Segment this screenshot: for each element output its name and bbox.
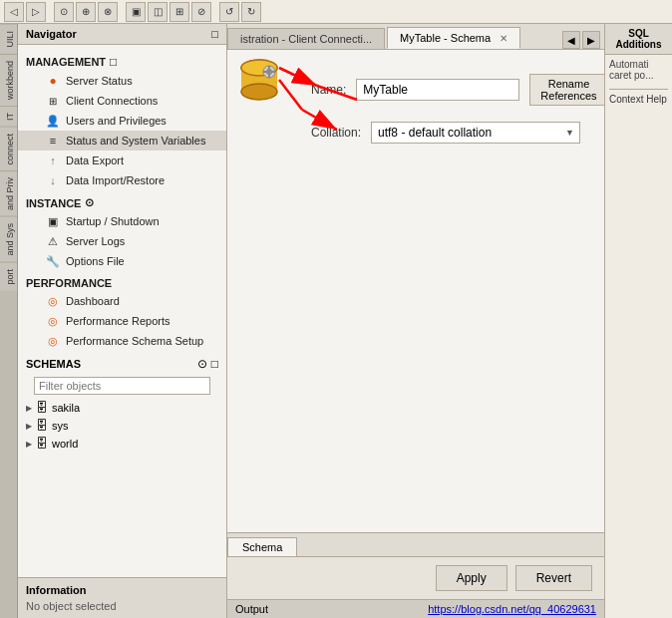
db-icon: 🗄 <box>36 419 48 433</box>
instance-section-header: INSTANCE ⊙ <box>18 190 226 211</box>
server-status-icon: ● <box>46 74 60 88</box>
tab-close-icon[interactable]: ✕ <box>500 33 507 44</box>
svg-rect-8 <box>263 71 266 73</box>
form-fields: Name: Rename References Collation: utf8 … <box>311 74 580 144</box>
schemas-expand-icon[interactable]: □ <box>211 357 218 371</box>
schema-label: sakila <box>52 402 80 414</box>
toolbar-btn-7[interactable]: ◫ <box>148 2 168 22</box>
nav-item-data-export[interactable]: ↑ Data Export <box>18 151 226 170</box>
management-title: MANAGEMENT <box>26 56 106 68</box>
info-panel: Information No object selected <box>18 577 226 618</box>
toolbar-btn-3[interactable]: ⊙ <box>54 2 74 22</box>
edge-tab-priv[interactable]: and Priv <box>0 170 17 216</box>
right-panel: SQL Additions Automati caret po... Conte… <box>604 24 672 618</box>
toolbar-btn-10[interactable]: ↺ <box>219 2 239 22</box>
navigator-content: MANAGEMENT □ ● Server Status ⊞ Client Co… <box>18 45 226 577</box>
edge-tab-workbend[interactable]: workbend <box>0 54 17 106</box>
nav-item-label: Server Status <box>66 75 133 87</box>
performance-title: PERFORMANCE <box>26 277 112 289</box>
tab-label: MyTable - Schema <box>400 32 491 44</box>
schema-item-sakila[interactable]: ▶ 🗄 sakila <box>18 399 226 417</box>
management-section-header: MANAGEMENT □ <box>18 49 226 71</box>
nav-item-perf-reports[interactable]: ◎ Performance Reports <box>18 311 226 331</box>
edge-tab-port[interactable]: port <box>0 262 17 291</box>
tab-mytable[interactable]: MyTable - Schema ✕ <box>387 27 520 49</box>
edge-tab-it[interactable]: IT <box>0 106 17 127</box>
toolbar-btn-11[interactable]: ↻ <box>241 2 261 22</box>
schema-label: sys <box>52 420 69 432</box>
info-content: No object selected <box>26 598 218 614</box>
nav-item-label: Server Logs <box>66 235 125 247</box>
variables-icon: ≡ <box>46 134 60 148</box>
management-expand[interactable]: □ <box>110 55 117 69</box>
tab-bar: istration - Client Connecti... MyTable -… <box>227 24 604 50</box>
toolbar-btn-5[interactable]: ⊗ <box>98 2 118 22</box>
schema-item-world[interactable]: ▶ 🗄 world <box>18 435 226 453</box>
toolbar-btn-9[interactable]: ⊘ <box>191 2 211 22</box>
toolbar-btn-2[interactable]: ▷ <box>26 2 46 22</box>
collation-label: Collation: <box>311 126 361 140</box>
edge-tab-connect[interactable]: connect <box>0 127 17 171</box>
nav-item-server-logs[interactable]: ⚠ Server Logs <box>18 231 226 251</box>
svg-rect-6 <box>268 66 270 69</box>
top-toolbar: ◁ ▷ ⊙ ⊕ ⊗ ▣ ◫ ⊞ ⊘ ↺ ↻ <box>0 0 672 24</box>
nav-item-perf-schema[interactable]: ◎ Performance Schema Setup <box>18 331 226 351</box>
toolbar-btn-4[interactable]: ⊕ <box>76 2 96 22</box>
rename-references-button[interactable]: Rename References <box>529 74 604 106</box>
startup-icon: ▣ <box>46 214 60 228</box>
nav-item-server-status[interactable]: ● Server Status <box>18 71 226 91</box>
tab-administration[interactable]: istration - Client Connecti... <box>227 28 385 49</box>
toolbar-btn-1[interactable]: ◁ <box>4 2 24 22</box>
triangle-icon: ▶ <box>26 422 32 431</box>
collation-select-wrapper: utf8 - default collation utf8mb4 - defau… <box>371 122 580 144</box>
db-icon: 🗄 <box>36 401 48 415</box>
nav-item-label: Performance Reports <box>66 315 170 327</box>
schemas-header: SCHEMAS ⊙ □ <box>18 351 226 373</box>
dashboard-icon: ◎ <box>46 294 60 308</box>
nav-item-label: Options File <box>66 255 125 267</box>
edge-tab-uili[interactable]: UILI <box>0 24 17 54</box>
context-help-label: Context Help <box>609 89 668 105</box>
nav-item-label: Client Connections <box>66 95 158 107</box>
schemas-title: SCHEMAS <box>26 358 81 370</box>
navigator-expand-icon[interactable]: □ <box>211 28 218 40</box>
nav-item-dashboard[interactable]: ◎ Dashboard <box>18 291 226 311</box>
svg-point-5 <box>266 69 272 75</box>
nav-item-startup[interactable]: ▣ Startup / Shutdown <box>18 211 226 231</box>
right-panel-content: Automati caret po... Context Help <box>605 55 672 109</box>
name-row: Name: Rename References <box>311 74 580 106</box>
nav-item-options-file[interactable]: 🔧 Options File <box>18 251 226 271</box>
apply-button[interactable]: Apply <box>436 565 507 591</box>
revert-button[interactable]: Revert <box>515 565 592 591</box>
name-input[interactable] <box>356 79 519 101</box>
performance-section-header: PERFORMANCE <box>18 271 226 291</box>
sub-tab-bar: Schema <box>227 532 604 556</box>
tab-nav-back[interactable]: ◀ <box>562 31 580 49</box>
output-bar: Output https://blog.csdn.net/qq_40629631 <box>227 599 604 618</box>
instance-title: INSTANCE <box>26 197 81 209</box>
collation-select[interactable]: utf8 - default collation utf8mb4 - defau… <box>371 122 580 144</box>
schema-item-sys[interactable]: ▶ 🗄 sys <box>18 417 226 435</box>
sub-tab-schema[interactable]: Schema <box>227 537 297 556</box>
output-url[interactable]: https://blog.csdn.net/qq_40629631 <box>428 603 596 615</box>
svg-rect-9 <box>272 71 275 73</box>
nav-item-users-privileges[interactable]: 👤 Users and Privileges <box>18 111 226 131</box>
nav-item-client-connections[interactable]: ⊞ Client Connections <box>18 91 226 111</box>
navigator-panel: Navigator □ MANAGEMENT □ ● Server Status… <box>18 24 227 618</box>
tab-nav-forward[interactable]: ▶ <box>582 31 600 49</box>
filter-input[interactable] <box>34 377 210 395</box>
toolbar-btn-8[interactable]: ⊞ <box>169 2 189 22</box>
schemas-add-icon[interactable]: ⊙ <box>197 357 207 371</box>
sub-tab-label: Schema <box>242 541 282 553</box>
schemas-icons: ⊙ □ <box>197 357 218 371</box>
right-panel-text: Automati caret po... <box>609 59 668 81</box>
right-panel-header: SQL Additions <box>605 24 672 55</box>
nav-item-label: Dashboard <box>66 295 120 307</box>
edge-tab-sys[interactable]: and Sys <box>0 216 17 262</box>
nav-item-label: Data Import/Restore <box>66 174 165 186</box>
nav-item-label: Users and Privileges <box>66 115 167 127</box>
toolbar-btn-6[interactable]: ▣ <box>126 2 146 22</box>
nav-item-data-import[interactable]: ↓ Data Import/Restore <box>18 170 226 190</box>
output-label: Output <box>235 603 268 615</box>
nav-item-status-variables[interactable]: ≡ Status and System Variables <box>18 131 226 151</box>
